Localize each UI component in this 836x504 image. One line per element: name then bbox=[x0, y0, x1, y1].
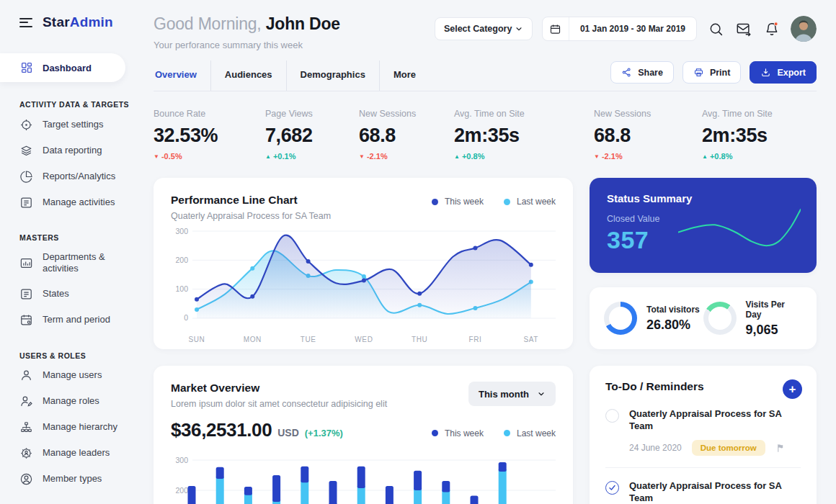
stat-label: New Sessions bbox=[359, 109, 454, 119]
sidebar-item-label: Dashboard bbox=[43, 63, 92, 73]
card-subtitle: Quaterly Appraisal Process for SA Team bbox=[171, 211, 331, 221]
add-todo-button[interactable]: + bbox=[783, 379, 802, 399]
legend-dot bbox=[504, 199, 510, 205]
sidebar-item-label: Target settings bbox=[43, 119, 104, 131]
brand-logo[interactable]: StarAdmin bbox=[43, 14, 113, 30]
tab-more[interactable]: More bbox=[379, 60, 430, 91]
stat-label: New Sessions bbox=[594, 109, 702, 119]
messages-button[interactable] bbox=[734, 19, 753, 38]
chevron-down-icon bbox=[515, 24, 523, 33]
flag-icon[interactable] bbox=[775, 443, 786, 453]
menu-toggle-icon[interactable] bbox=[19, 15, 32, 30]
todo-checkbox[interactable] bbox=[605, 409, 619, 423]
content-row-2: Market Overview Lorem ipsum dolor sit am… bbox=[154, 366, 817, 504]
page-title: Good Morning, John Doe bbox=[154, 14, 340, 34]
sidebar-item-data-reporting[interactable]: Data reporting bbox=[0, 138, 151, 163]
svg-text:300: 300 bbox=[175, 227, 188, 235]
calendar-gear-icon bbox=[19, 313, 33, 327]
svg-text:100: 100 bbox=[175, 284, 188, 293]
stat-value: 2m:35s bbox=[702, 125, 817, 147]
sidebar-item-label: Reports/Analytics bbox=[43, 171, 115, 183]
sidebar-item-label: States bbox=[43, 288, 69, 300]
sidebar-item-member-types[interactable]: Member types bbox=[0, 467, 151, 492]
legend-this-week: This week bbox=[432, 428, 484, 438]
category-select[interactable]: Select Category bbox=[435, 17, 533, 40]
performance-line-chart: 3002001000SUNMONTUEWEDTHUFRISAT bbox=[171, 225, 556, 346]
sidebar-item-manage-users[interactable]: Manage users bbox=[0, 363, 151, 389]
market-bar-chart: 3002001000 bbox=[171, 450, 556, 504]
notification-dot bbox=[774, 22, 778, 26]
user-edit-icon bbox=[19, 395, 33, 408]
todo-checkbox[interactable] bbox=[605, 481, 619, 495]
print-button[interactable]: Print bbox=[682, 61, 741, 84]
list-icon bbox=[19, 287, 33, 301]
date-range-picker[interactable]: 01 Jan 2019 - 30 Mar 2019 bbox=[542, 17, 697, 41]
sidebar-item-label: Data reporting bbox=[43, 145, 102, 157]
user-icon bbox=[19, 369, 33, 382]
check-icon bbox=[608, 483, 617, 492]
share-button[interactable]: Share bbox=[610, 61, 674, 84]
greeting-text: Good Morning, bbox=[154, 14, 262, 33]
tab-actions: Share Print Export bbox=[610, 61, 817, 90]
legend-last-week: Last week bbox=[504, 428, 556, 438]
svg-text:200: 200 bbox=[175, 256, 188, 264]
sidebar-item-manage-roles[interactable]: Manage roles bbox=[0, 389, 151, 415]
layers-icon bbox=[19, 144, 33, 158]
stat-label: Bounce Rate bbox=[154, 109, 265, 119]
sidebar-item-label: Member types bbox=[43, 473, 102, 485]
card-title: Status Summary bbox=[607, 192, 799, 204]
total-visitors-stat: Total visitors 26.80% bbox=[604, 302, 703, 335]
legend-last-week: Last week bbox=[504, 197, 556, 207]
tab-overview[interactable]: Overview bbox=[154, 60, 210, 91]
trend-arrow-icon: ▼ bbox=[594, 153, 600, 160]
sidebar-item-manage-hierarchy[interactable]: Manage hierarchy bbox=[0, 415, 151, 441]
sidebar-item-target-settings[interactable]: Target settings bbox=[0, 112, 151, 138]
tab-audiences[interactable]: Audiences bbox=[210, 60, 286, 91]
svg-text:300: 300 bbox=[175, 456, 188, 464]
card-subtitle: Lorem ipsum dolor sit amet consectetur a… bbox=[171, 399, 387, 409]
svg-text:0: 0 bbox=[184, 313, 188, 322]
search-icon bbox=[708, 22, 724, 37]
brand-primary: Star bbox=[43, 14, 70, 30]
export-button[interactable]: Export bbox=[750, 61, 817, 84]
stat-new-sessions-2: New Sessions 68.8 ▼-2.1% bbox=[594, 109, 702, 161]
donut-ring-green bbox=[703, 302, 737, 335]
notifications-button[interactable] bbox=[762, 19, 781, 38]
trend-arrow-icon: ▼ bbox=[359, 153, 365, 160]
todo-item: Quaterly Appraisal Process for SA Team 2… bbox=[605, 396, 801, 467]
todo-title: Quaterly Appraisal Process for SA Team bbox=[629, 480, 801, 504]
bell-icon bbox=[764, 21, 780, 37]
target-icon bbox=[19, 118, 33, 132]
topbar-controls: Select Category 01 Jan 2019 - 30 Mar 201… bbox=[435, 16, 817, 42]
legend-dot bbox=[504, 430, 510, 436]
tab-demographics[interactable]: Demographics bbox=[286, 60, 379, 91]
list-icon bbox=[19, 196, 33, 210]
printer-icon bbox=[693, 67, 704, 78]
sidebar-item-reports-analytics[interactable]: Reports/Analytics bbox=[0, 163, 151, 189]
date-range-value: 01 Jan 2019 - 30 Mar 2019 bbox=[569, 24, 696, 34]
sidebar-item-departments[interactable]: Departments & activities bbox=[0, 245, 151, 282]
sidebar-item-manage-activities[interactable]: Manage activities bbox=[0, 189, 151, 215]
sidebar-item-states[interactable]: States bbox=[0, 282, 151, 307]
stat-value: 68.8 bbox=[359, 125, 454, 147]
visitors-card: Total visitors 26.80% Visits Per Day 9,0… bbox=[590, 287, 817, 349]
stat-bounce-rate: Bounce Rate 32.53% ▼-0.5% bbox=[154, 109, 265, 161]
period-select[interactable]: This month bbox=[468, 382, 556, 406]
greeting-block: Good Morning, John Doe Your perforance s… bbox=[154, 14, 340, 50]
sidebar-item-dashboard[interactable]: Dashboard bbox=[0, 53, 125, 82]
content-grid: Performance Line Chart Quaterly Appraisa… bbox=[154, 178, 817, 504]
stat-delta: ▼-2.1% bbox=[594, 152, 702, 161]
period-value: This month bbox=[479, 389, 529, 400]
sidebar-section-title: USERS & ROLES bbox=[0, 351, 151, 360]
stat-value: 7,682 bbox=[265, 125, 359, 147]
svg-text:FRI: FRI bbox=[469, 336, 482, 343]
visits-per-day-stat: Visits Per Day 9,065 bbox=[703, 300, 803, 338]
search-button[interactable] bbox=[706, 19, 725, 38]
trend-arrow-icon: ▲ bbox=[454, 153, 460, 160]
avatar[interactable] bbox=[791, 16, 817, 42]
export-label: Export bbox=[777, 68, 806, 78]
calendar-icon bbox=[543, 17, 569, 40]
sidebar-item-term-period[interactable]: Term and period bbox=[0, 307, 151, 333]
sidebar-item-manage-leaders[interactable]: Manage leaders bbox=[0, 441, 151, 467]
sidebar-item-label: Manage leaders bbox=[43, 447, 110, 459]
